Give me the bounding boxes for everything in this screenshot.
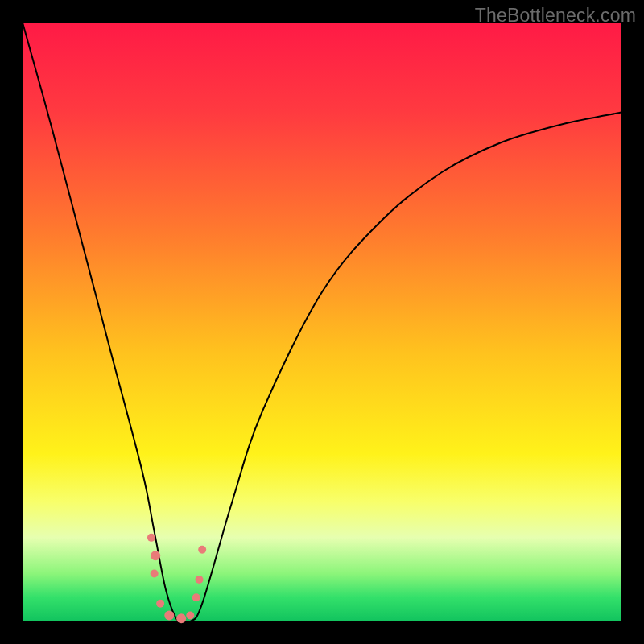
curve-marker: [186, 612, 194, 620]
chart-frame: TheBottleneck.com: [0, 0, 644, 644]
curve-marker: [198, 546, 206, 554]
curve-marker: [164, 611, 174, 621]
curve-marker: [151, 569, 159, 577]
curve-markers: [147, 534, 206, 623]
curve-marker: [192, 593, 200, 601]
curve-marker: [151, 551, 160, 560]
curve-marker: [195, 576, 203, 584]
watermark-label: TheBottleneck.com: [475, 5, 636, 27]
bottleneck-curve: [23, 23, 621, 625]
curve-marker: [156, 600, 164, 608]
chart-overlay: [23, 23, 621, 621]
curve-marker: [147, 534, 155, 542]
curve-marker: [176, 613, 186, 623]
